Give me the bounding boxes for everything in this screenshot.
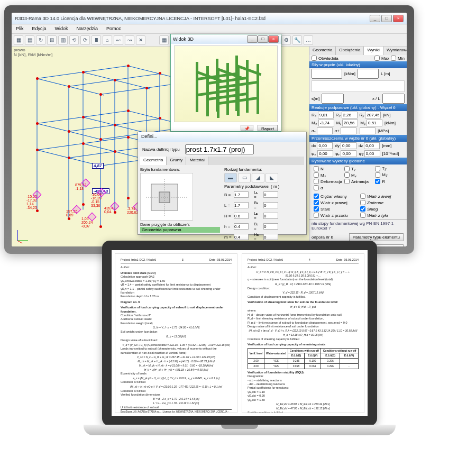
field[interactable] — [318, 120, 334, 126]
field-param[interactable] — [234, 223, 249, 230]
tool-icon[interactable]: ▤ — [25, 35, 34, 45]
field-param[interactable] — [263, 223, 278, 230]
chk-plot[interactable] — [375, 166, 380, 171]
tool-icon[interactable]: ✕ — [136, 35, 145, 45]
field[interactable] — [318, 112, 334, 118]
tool-icon[interactable]: 🔧 — [292, 35, 302, 45]
tab-geometry[interactable]: Geometria — [309, 47, 336, 55]
field-xl[interactable] — [382, 94, 405, 104]
chk-obwiednia[interactable] — [312, 56, 317, 61]
view3d-canvas[interactable] — [174, 45, 278, 122]
chk-load[interactable] — [360, 200, 365, 205]
chk-plot[interactable] — [344, 179, 350, 184]
tool-icon[interactable]: ⌂ — [103, 35, 112, 45]
field[interactable] — [364, 142, 380, 149]
field-type-name[interactable] — [185, 144, 254, 154]
field-param[interactable] — [263, 213, 278, 219]
menu-tools[interactable]: Narzędzia — [72, 24, 103, 33]
tool-icon[interactable]: Ⅲ — [91, 35, 101, 45]
chk-max[interactable] — [374, 56, 380, 61]
menu-view[interactable]: Widok — [51, 24, 72, 33]
chk-load[interactable] — [314, 206, 319, 212]
win3d-min[interactable]: _ — [247, 35, 258, 43]
field[interactable] — [367, 120, 382, 126]
field[interactable] — [317, 127, 333, 134]
chk-plot[interactable] — [344, 172, 350, 178]
window-3d-view[interactable]: Widok 3D _ □ × 📌Raport — [170, 34, 281, 132]
chk-plot[interactable] — [314, 185, 319, 190]
tool-icon[interactable]: ⊞ — [47, 35, 57, 45]
chk-plot[interactable] — [375, 172, 380, 178]
btn-pin[interactable]: 📌 — [241, 125, 253, 131]
node-icon — [99, 138, 102, 141]
chk-plot[interactable] — [314, 179, 319, 184]
menu-edit[interactable]: Edycja — [28, 24, 51, 33]
chk-plot[interactable] — [375, 179, 380, 184]
tool-icon[interactable]: ⟳ — [80, 35, 90, 45]
btn-raport[interactable]: Raport — [258, 125, 278, 131]
chk-plot[interactable] — [344, 166, 350, 171]
tool-icon[interactable]: ↻ — [36, 35, 45, 45]
definition-dialog[interactable]: Defini... Nazwa definicji typu Geometria… — [138, 132, 307, 235]
tool-icon[interactable]: ▦ — [14, 35, 23, 45]
field-param[interactable] — [234, 202, 249, 208]
chk-plot[interactable] — [314, 172, 319, 178]
tool-icon[interactable]: ▥ — [58, 35, 68, 45]
chk-load[interactable] — [360, 194, 365, 199]
field[interactable] — [342, 112, 358, 118]
node-icon — [127, 197, 130, 199]
tab-results[interactable]: Wyniki — [364, 47, 383, 55]
field[interactable] — [365, 112, 381, 118]
field[interactable] — [341, 142, 356, 149]
win3d-max[interactable]: □ — [258, 35, 268, 43]
menu-file[interactable]: Plik — [12, 24, 28, 33]
btn-params[interactable]: Parametry typu elementu — [349, 233, 404, 241]
field-param[interactable] — [234, 234, 249, 240]
field[interactable] — [317, 142, 333, 149]
tool-icon[interactable]: … — [304, 35, 313, 45]
field[interactable] — [342, 120, 358, 126]
chk-load[interactable] — [314, 213, 319, 218]
tab-loads[interactable]: Obciążenia — [336, 47, 364, 55]
chk-plot[interactable] — [314, 166, 319, 171]
close-button[interactable]: × — [393, 15, 404, 22]
field-s[interactable] — [322, 94, 344, 104]
tab-dimensioning[interactable]: Wymiarowanie — [383, 47, 407, 55]
ftype-icon[interactable]: ◢ — [252, 173, 264, 182]
ftype-icon[interactable]: ▬ — [224, 173, 237, 182]
tool-icon[interactable]: ⚙ — [281, 35, 291, 45]
field-param[interactable] — [263, 202, 278, 208]
ftype-icon[interactable]: ▭ — [238, 173, 251, 182]
tool-icon[interactable]: ▦ — [159, 35, 169, 45]
tool-icon[interactable]: ↝ — [125, 35, 134, 45]
maximize-button[interactable]: □ — [381, 15, 392, 22]
menu-help[interactable]: Pomoc — [102, 24, 125, 33]
minimize-button[interactable]: _ — [370, 15, 380, 22]
field-k[interactable] — [312, 69, 342, 79]
win3d-close[interactable]: × — [268, 35, 279, 43]
deftab-soil[interactable]: Grunty — [167, 157, 186, 165]
field[interactable] — [341, 150, 356, 157]
chk-load[interactable] — [360, 206, 365, 212]
tool-icon[interactable]: ⟲ — [69, 35, 79, 45]
field-param[interactable] — [263, 234, 278, 240]
chk-load[interactable] — [314, 194, 319, 199]
field-param[interactable] — [234, 213, 249, 219]
field[interactable] — [341, 127, 356, 134]
ftype-icon[interactable]: ◣ — [266, 173, 278, 182]
field[interactable] — [364, 150, 380, 157]
field-l[interactable] — [358, 69, 379, 79]
chk-load[interactable] — [360, 213, 365, 218]
field[interactable] — [317, 150, 333, 157]
chk-min[interactable] — [391, 56, 396, 61]
monitor-frame: R3D3-Rama 3D 14.0 Licencja dla WEWNĘTRZN… — [4, 5, 414, 254]
chk-load[interactable] — [314, 200, 319, 205]
deftab-geom[interactable]: Geometria — [140, 157, 167, 165]
field[interactable] — [360, 127, 376, 134]
field-param[interactable] — [234, 191, 249, 198]
node-icon — [36, 122, 39, 125]
tool-icon[interactable]: ↜ — [114, 35, 123, 45]
field-param[interactable] — [263, 191, 278, 198]
deftab-mat[interactable]: Materiał — [186, 157, 208, 165]
node-icon — [145, 87, 148, 89]
